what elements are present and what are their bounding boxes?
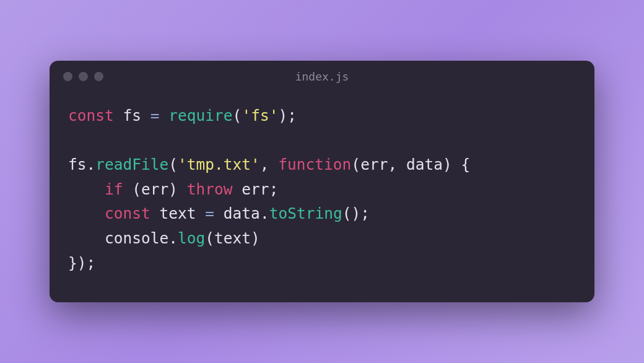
code-token-pn: (); [342, 204, 370, 222]
code-token-str: 'fs' [242, 107, 278, 125]
code-token-pn [68, 180, 105, 198]
code-token-kw: function [278, 155, 351, 173]
code-token-pn: . [87, 155, 96, 173]
code-token-pn [114, 107, 123, 125]
code-token-kw: const [68, 107, 114, 125]
code-token-fn: toString [269, 204, 342, 222]
code-token-pn: ( [205, 229, 214, 247]
code-token-pn [141, 107, 150, 125]
code-token-pn: ); [278, 107, 297, 125]
window-title: index.js [50, 70, 594, 83]
code-token-pn: , [260, 155, 279, 173]
code-token-pn: ) [168, 180, 187, 198]
code-token-pn: ) [251, 229, 260, 247]
code-token-pn [214, 204, 224, 222]
code-token-pn: , [388, 155, 406, 173]
code-token-pn: ) { [443, 155, 470, 173]
code-token-id: err [141, 180, 168, 198]
code-token-id: data [406, 155, 443, 173]
titlebar: index.js [50, 61, 594, 90]
code-token-pn: ; [269, 180, 279, 198]
code-token-op: = [205, 204, 214, 222]
code-token-id: fs [123, 107, 142, 125]
code-token-id: text [160, 204, 196, 222]
code-token-str: 'tmp.txt' [178, 155, 260, 173]
code-token-kw: const [105, 204, 150, 222]
code-token-id: err [242, 180, 269, 198]
code-token-pn: ( [123, 180, 142, 198]
code-token-pn: ( [233, 107, 242, 125]
code-token-pn [160, 107, 169, 125]
code-token-id: text [214, 229, 251, 247]
maximize-icon[interactable] [94, 72, 103, 81]
traffic-lights [63, 72, 103, 81]
code-token-kw: throw [187, 180, 233, 198]
code-token-pn: ( [168, 155, 178, 173]
code-token-pn: . [168, 229, 178, 247]
close-icon[interactable] [63, 72, 72, 81]
code-token-pn [68, 229, 105, 247]
code-token-pn [233, 180, 242, 198]
code-token-pn [150, 204, 160, 222]
code-token-id: data [224, 204, 260, 222]
editor-window: index.js const fs = require('fs'); fs.re… [50, 61, 594, 303]
code-token-pn: ( [351, 155, 360, 173]
code-token-kw: if [105, 180, 123, 198]
code-token-fn: readFile [95, 155, 168, 173]
code-token-pn: }); [68, 254, 95, 272]
minimize-icon[interactable] [79, 72, 88, 81]
code-token-pn [196, 204, 206, 222]
code-token-id: console [105, 229, 168, 247]
code-token-fn: require [168, 107, 232, 125]
code-token-pn: . [260, 204, 269, 222]
code-token-pn [68, 204, 105, 222]
code-token-id: err [360, 155, 388, 173]
code-editor[interactable]: const fs = require('fs'); fs.readFile('t… [50, 90, 594, 303]
code-token-id: fs [68, 155, 87, 173]
code-token-op: = [150, 107, 160, 125]
code-token-fn: log [178, 229, 205, 247]
